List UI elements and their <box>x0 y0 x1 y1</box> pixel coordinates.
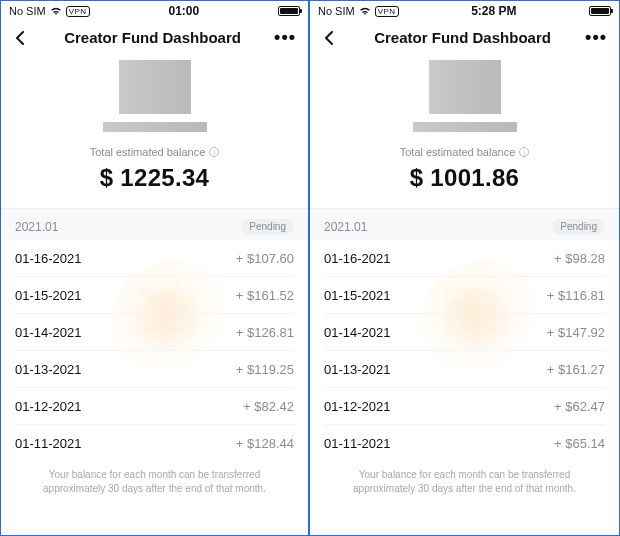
phone-screen-left: No SIM VPN 01:00 Creator Fund Dashboard … <box>1 1 310 535</box>
transaction-row[interactable]: 01-14-2021 + $147.92 <box>324 314 605 351</box>
transaction-date: 01-15-2021 <box>324 288 391 303</box>
battery-icon <box>589 6 611 16</box>
battery-icon <box>278 6 300 16</box>
status-right <box>278 6 300 16</box>
month-label: 2021.01 <box>324 220 367 234</box>
transaction-list: 01-16-2021 + $98.28 01-15-2021 + $116.81… <box>310 240 619 462</box>
wifi-icon <box>359 6 371 16</box>
transaction-row[interactable]: 01-13-2021 + $161.27 <box>324 351 605 388</box>
transaction-row[interactable]: 01-16-2021 + $98.28 <box>324 240 605 277</box>
balance-label: Total estimated balance i <box>400 146 530 158</box>
month-section-header: 2021.01 Pending <box>310 209 619 240</box>
transaction-row[interactable]: 01-11-2021 + $128.44 <box>15 425 294 462</box>
back-icon[interactable] <box>11 28 31 48</box>
page-title: Creator Fund Dashboard <box>374 29 551 46</box>
transaction-amount: + $98.28 <box>554 251 605 266</box>
more-icon[interactable]: ••• <box>274 27 296 48</box>
more-icon[interactable]: ••• <box>585 27 607 48</box>
transaction-date: 01-12-2021 <box>15 399 82 414</box>
transaction-row[interactable]: 01-15-2021 + $116.81 <box>324 277 605 314</box>
transaction-list: 01-16-2021 + $107.60 01-15-2021 + $161.5… <box>1 240 308 462</box>
transaction-amount: + $107.60 <box>236 251 294 266</box>
nav-bar: Creator Fund Dashboard ••• <box>1 19 308 54</box>
month-label: 2021.01 <box>15 220 58 234</box>
vpn-badge: VPN <box>375 6 399 17</box>
transaction-date: 01-11-2021 <box>324 436 391 451</box>
status-time: 5:28 PM <box>471 4 516 18</box>
transaction-date: 01-12-2021 <box>324 399 391 414</box>
transaction-date: 01-13-2021 <box>15 362 82 377</box>
footnote: Your balance for each month can be trans… <box>1 462 308 499</box>
transaction-amount: + $82.42 <box>243 399 294 414</box>
transaction-date: 01-11-2021 <box>15 436 82 451</box>
wifi-icon <box>50 6 62 16</box>
transaction-date: 01-14-2021 <box>324 325 391 340</box>
placeholder-bar <box>103 122 207 132</box>
status-bar: No SIM VPN 01:00 <box>1 1 308 19</box>
balance-amount: $ 1225.34 <box>100 164 209 192</box>
footnote: Your balance for each month can be trans… <box>310 462 619 499</box>
transaction-row[interactable]: 01-12-2021 + $62.47 <box>324 388 605 425</box>
transaction-amount: + $62.47 <box>554 399 605 414</box>
balance-section: Total estimated balance i $ 1225.34 <box>1 54 308 204</box>
info-icon[interactable]: i <box>519 147 529 157</box>
placeholder-graphic <box>429 60 501 114</box>
carrier-label: No SIM <box>318 5 355 17</box>
transaction-row[interactable]: 01-15-2021 + $161.52 <box>15 277 294 314</box>
vpn-badge: VPN <box>66 6 90 17</box>
page-title: Creator Fund Dashboard <box>64 29 241 46</box>
transaction-row[interactable]: 01-14-2021 + $126.81 <box>15 314 294 351</box>
balance-section: Total estimated balance i $ 1001.86 <box>310 54 619 204</box>
month-section-header: 2021.01 Pending <box>1 209 308 240</box>
info-icon[interactable]: i <box>209 147 219 157</box>
status-left: No SIM VPN <box>318 5 399 17</box>
balance-label-text: Total estimated balance <box>400 146 516 158</box>
transaction-amount: + $161.52 <box>236 288 294 303</box>
nav-bar: Creator Fund Dashboard ••• <box>310 19 619 54</box>
carrier-label: No SIM <box>9 5 46 17</box>
transaction-row[interactable]: 01-16-2021 + $107.60 <box>15 240 294 277</box>
transaction-row[interactable]: 01-12-2021 + $82.42 <box>15 388 294 425</box>
transaction-amount: + $128.44 <box>236 436 294 451</box>
placeholder-graphic <box>119 60 191 114</box>
transaction-row[interactable]: 01-13-2021 + $119.25 <box>15 351 294 388</box>
transaction-date: 01-13-2021 <box>324 362 391 377</box>
transaction-date: 01-16-2021 <box>324 251 391 266</box>
status-bar: No SIM VPN 5:28 PM <box>310 1 619 19</box>
status-badge: Pending <box>241 219 294 234</box>
transaction-amount: + $126.81 <box>236 325 294 340</box>
phone-screen-right: No SIM VPN 5:28 PM Creator Fund Dashboar… <box>310 1 619 535</box>
transaction-date: 01-14-2021 <box>15 325 82 340</box>
transaction-date: 01-15-2021 <box>15 288 82 303</box>
balance-amount: $ 1001.86 <box>410 164 519 192</box>
balance-label: Total estimated balance i <box>90 146 220 158</box>
status-left: No SIM VPN <box>9 5 90 17</box>
transaction-row[interactable]: 01-11-2021 + $65.14 <box>324 425 605 462</box>
transaction-date: 01-16-2021 <box>15 251 82 266</box>
transaction-amount: + $116.81 <box>547 288 605 303</box>
status-time: 01:00 <box>168 4 199 18</box>
balance-label-text: Total estimated balance <box>90 146 206 158</box>
transaction-amount: + $65.14 <box>554 436 605 451</box>
placeholder-bar <box>413 122 517 132</box>
transaction-amount: + $161.27 <box>547 362 605 377</box>
transaction-amount: + $147.92 <box>547 325 605 340</box>
back-icon[interactable] <box>320 28 340 48</box>
transaction-amount: + $119.25 <box>236 362 294 377</box>
status-badge: Pending <box>552 219 605 234</box>
screens-container: No SIM VPN 01:00 Creator Fund Dashboard … <box>0 0 620 536</box>
status-right <box>589 6 611 16</box>
